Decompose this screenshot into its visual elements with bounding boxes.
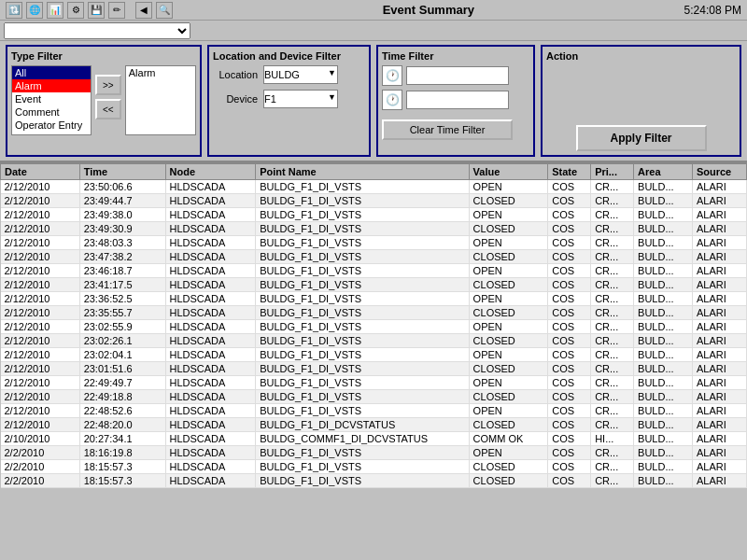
cell-19-2: HLDSCADA [165, 446, 256, 460]
time-start-row: 🕐 [382, 65, 529, 86]
cell-3-2: HLDSCADA [165, 222, 256, 236]
cell-21-3: BULDG_F1_DI_VSTS [256, 474, 469, 488]
cell-4-0: 2/12/2010 [1, 236, 80, 250]
cell-17-1: 22:48:20.0 [79, 418, 165, 432]
toolbar-icon-1[interactable]: 🔃 [6, 2, 22, 19]
toolbar-icons: 🔃 🌐 📊 ⚙ 💾 ✏ ◀ 🔍 [6, 2, 173, 19]
cell-14-8: ALARI [692, 376, 746, 390]
action-label: Action [546, 50, 736, 62]
col-header-point[interactable]: Point Name [256, 164, 469, 180]
table-row[interactable]: 2/12/201022:49:18.8HLDSCADABULDG_F1_DI_V… [1, 390, 747, 404]
cell-5-4: CLOSED [469, 250, 548, 264]
table-row[interactable]: 2/12/201023:49:30.9HLDSCADABULDG_F1_DI_V… [1, 222, 747, 236]
table-row[interactable]: 2/2/201018:16:19.8HLDSCADABULDG_F1_DI_VS… [1, 446, 747, 460]
cell-7-4: CLOSED [469, 278, 548, 292]
cell-16-0: 2/12/2010 [1, 404, 80, 418]
cell-1-5: COS [548, 194, 591, 208]
cell-4-3: BULDG_F1_DI_VSTS [256, 236, 469, 250]
table-row[interactable]: 2/12/201023:49:44.7HLDSCADABULDG_F1_DI_V… [1, 194, 747, 208]
cell-3-6: CR... [591, 222, 634, 236]
cell-8-3: BULDG_F1_DI_VSTS [256, 292, 469, 306]
move-left-button[interactable]: << [95, 99, 121, 119]
type-filter: Type Filter AllAlarmEventCommentOperator… [6, 45, 202, 157]
table-row[interactable]: 2/12/201023:01:51.6HLDSCADABULDG_F1_DI_V… [1, 362, 747, 376]
apply-filter-button[interactable]: Apply Filter [576, 125, 707, 151]
cell-17-0: 2/12/2010 [1, 418, 80, 432]
table-row[interactable]: 2/12/201023:02:55.9HLDSCADABULDG_F1_DI_V… [1, 320, 747, 334]
col-header-pri[interactable]: Pri... [591, 164, 634, 180]
table-row[interactable]: 2/12/201023:48:03.3HLDSCADABULDG_F1_DI_V… [1, 236, 747, 250]
col-header-node[interactable]: Node [165, 164, 256, 180]
cell-1-8: ALARI [692, 194, 746, 208]
cell-7-8: ALARI [692, 278, 746, 292]
table-row[interactable]: 2/12/201022:48:52.6HLDSCADABULDG_F1_DI_V… [1, 404, 747, 418]
table-row[interactable]: 2/12/201023:35:55.7HLDSCADABULDG_F1_DI_V… [1, 306, 747, 320]
cell-2-8: ALARI [692, 208, 746, 222]
table-row[interactable]: 2/12/201022:48:20.0HLDSCADABULDG_F1_DI_D… [1, 418, 747, 432]
col-header-value[interactable]: Value [469, 164, 548, 180]
table-row[interactable]: 2/2/201018:15:57.3HLDSCADABULDG_F1_DI_VS… [1, 474, 747, 488]
col-header-time[interactable]: Time [79, 164, 165, 180]
cell-9-1: 23:35:55.7 [79, 306, 165, 320]
cell-1-4: CLOSED [469, 194, 548, 208]
time-start-icon[interactable]: 🕐 [382, 65, 402, 86]
cell-14-6: CR... [591, 376, 634, 390]
col-header-area[interactable]: Area [634, 164, 693, 180]
cell-18-0: 2/10/2010 [1, 432, 80, 446]
col-header-date[interactable]: Date [1, 164, 80, 180]
toolbar-icon-2[interactable]: 🌐 [26, 2, 43, 19]
cell-8-4: OPEN [469, 292, 548, 306]
cell-3-4: CLOSED [469, 222, 548, 236]
cell-13-4: CLOSED [469, 362, 548, 376]
toolbar-icon-4[interactable]: ⚙ [67, 2, 84, 19]
cell-17-2: HLDSCADA [165, 418, 256, 432]
table-row[interactable]: 2/12/201023:02:26.1HLDSCADABULDG_F1_DI_V… [1, 334, 747, 348]
cell-7-2: HLDSCADA [165, 278, 256, 292]
cell-3-0: 2/12/2010 [1, 222, 80, 236]
toolbar-icon-5[interactable]: 💾 [88, 2, 105, 19]
location-filter: Location and Device Filter Location BULD… [207, 45, 371, 157]
data-table-container[interactable]: Date Time Node Point Name Value State Pr… [0, 162, 747, 536]
table-row[interactable]: 2/12/201023:49:38.0HLDSCADABULDG_F1_DI_V… [1, 208, 747, 222]
type-listbox[interactable]: AllAlarmEventCommentOperator EntrySOE [11, 65, 92, 135]
time-end-input[interactable] [406, 91, 509, 109]
time-start-input[interactable] [406, 66, 509, 85]
cell-5-3: BULDG_F1_DI_VSTS [256, 250, 469, 264]
cell-16-6: CR... [591, 404, 634, 418]
device-select[interactable]: F1 [263, 90, 338, 108]
cell-16-3: BULDG_F1_DI_VSTS [256, 404, 469, 418]
table-row[interactable]: 2/12/201023:50:06.6HLDSCADABULDG_F1_DI_V… [1, 180, 747, 194]
table-row[interactable]: 2/12/201023:47:38.2HLDSCADABULDG_F1_DI_V… [1, 250, 747, 264]
table-row[interactable]: 2/12/201023:36:52.5HLDSCADABULDG_F1_DI_V… [1, 292, 747, 306]
table-row[interactable]: 2/12/201023:41:17.5HLDSCADABULDG_F1_DI_V… [1, 278, 747, 292]
cell-12-0: 2/12/2010 [1, 348, 80, 362]
location-select[interactable]: BULDG [263, 65, 338, 84]
cell-14-7: BULD... [634, 376, 693, 390]
toolbar-icon-nav2[interactable]: 🔍 [156, 2, 173, 19]
cell-20-1: 18:15:57.3 [79, 460, 165, 474]
move-right-button[interactable]: >> [95, 75, 121, 95]
cell-9-0: 2/12/2010 [1, 306, 80, 320]
toolbar-icon-3[interactable]: 📊 [47, 2, 63, 19]
table-row[interactable]: 2/12/201022:49:49.7HLDSCADABULDG_F1_DI_V… [1, 376, 747, 390]
time-end-icon[interactable]: 🕐 [382, 90, 402, 110]
table-body: 2/12/201023:50:06.6HLDSCADABULDG_F1_DI_V… [1, 180, 747, 488]
clear-time-button[interactable]: Clear Time Filter [382, 119, 513, 140]
cell-15-0: 2/12/2010 [1, 390, 80, 404]
table-row[interactable]: 2/12/201023:02:04.1HLDSCADABULDG_F1_DI_V… [1, 348, 747, 362]
selected-type-listbox[interactable]: Alarm [125, 65, 196, 135]
col-header-state[interactable]: State [548, 164, 591, 180]
table-row[interactable]: 2/2/201018:15:57.3HLDSCADABULDG_F1_DI_VS… [1, 460, 747, 474]
table-row[interactable]: 2/10/201020:27:34.1HLDSCADABULDG_COMMF1_… [1, 432, 747, 446]
cell-8-6: CR... [591, 292, 634, 306]
toolbar-dropdown[interactable] [4, 22, 190, 39]
cell-8-8: ALARI [692, 292, 746, 306]
cell-11-8: ALARI [692, 334, 746, 348]
table-row[interactable]: 2/12/201023:46:18.7HLDSCADABULDG_F1_DI_V… [1, 264, 747, 278]
col-header-source[interactable]: Source [692, 164, 746, 180]
toolbar-icon-nav1[interactable]: ◀ [135, 2, 152, 19]
cell-20-0: 2/2/2010 [1, 460, 80, 474]
cell-15-5: COS [548, 390, 591, 404]
cell-0-0: 2/12/2010 [1, 180, 80, 194]
toolbar-icon-6[interactable]: ✏ [108, 2, 125, 19]
